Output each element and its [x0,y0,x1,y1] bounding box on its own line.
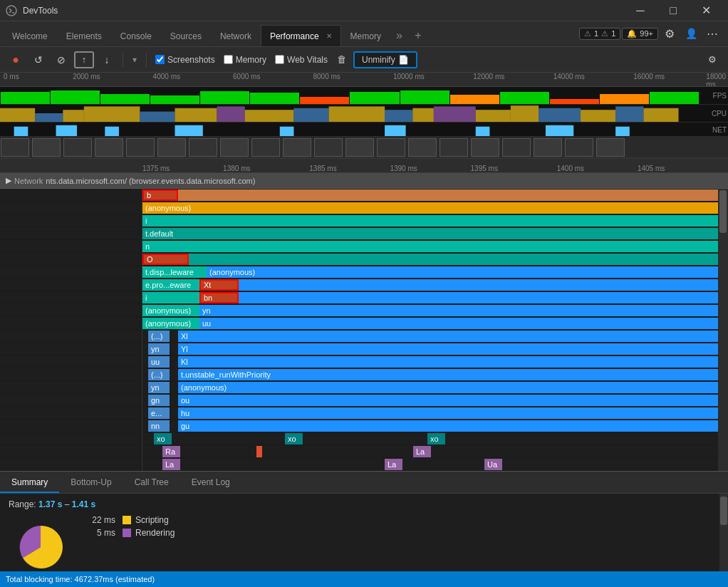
upload-button[interactable]: ↑ [74,51,94,68]
tab-memory[interactable]: Memory [341,25,390,46]
flame-block-La-20[interactable]: La [413,446,431,457]
tab-summary[interactable]: Summary [0,473,59,493]
flame-block-tdefault[interactable]: t.default [142,228,718,239]
tab-overflow[interactable]: » [390,29,408,42]
settings-button[interactable]: ⚙ [660,24,680,43]
screenshot-thumb[interactable] [596,138,625,157]
flame-block-La-21b[interactable]: La [385,459,402,470]
flame-block-ou[interactable]: ou [178,395,718,406]
tab-sources[interactable]: Sources [161,25,211,46]
screenshot-thumb[interactable] [502,138,531,157]
flame-block-gu[interactable]: gu [178,420,718,432]
flame-block-Kl[interactable]: Kl [178,356,718,368]
flame-block-epro[interactable]: e.pro...eware [142,279,199,291]
scrollbar-thumb[interactable] [719,190,727,233]
issues-button[interactable]: ⚠ 1 ⚠ 1 [579,28,620,40]
flame-block-bn[interactable]: bn [199,292,239,303]
flame-block-hu[interactable]: hu [178,407,718,419]
screenshot-thumb[interactable] [32,138,61,157]
flame-block-Xt[interactable]: Xt [199,279,239,291]
screenshots-checkbox-label[interactable]: Screenshots [155,55,215,65]
screenshot-thumb[interactable] [471,138,499,157]
flame-block-anon-1[interactable]: (anonymous) [142,202,718,214]
more-button[interactable]: ⋯ [702,24,722,43]
flame-block-dots-14[interactable]: (...) [148,369,170,380]
flame-block-O[interactable]: O [142,254,189,265]
scrollbar-right[interactable] [718,189,728,471]
flame-block-n[interactable]: n [142,241,718,252]
reload-record-button[interactable]: ↺ [28,51,48,68]
screenshot-thumb[interactable] [345,138,374,157]
screenshot-thumb[interactable] [126,138,155,157]
flame-block-xo-3[interactable]: xo [427,433,445,445]
flame-block-runWithPriority[interactable]: t.unstable_runWithPriority [178,369,718,380]
memory-checkbox-label[interactable]: Memory [224,55,266,65]
tab-performance[interactable]: Performance ✕ [261,25,341,46]
flame-block-Xl[interactable]: Xl [178,331,718,342]
network-header-row[interactable]: ▶ Network nts.data.microsoft.com/ (brows… [0,173,728,189]
flame-block-La-21a[interactable]: La [162,459,180,470]
flame-block-Yl[interactable]: Yl [178,343,718,355]
flame-block-Ua[interactable]: Ua [484,459,502,470]
close-button[interactable]: ✕ [690,0,722,21]
maximize-button[interactable]: □ [657,0,690,21]
trash-button[interactable]: 🗑 [333,51,350,68]
screenshots-checkbox[interactable] [155,55,165,64]
perf-settings-button[interactable]: ⚙ [702,51,722,68]
tab-performance-close[interactable]: ✕ [326,32,332,40]
clear-button[interactable]: ⊘ [51,51,71,68]
new-tab-button[interactable]: + [408,25,428,46]
screenshot-thumb[interactable] [251,138,280,157]
screenshot-thumb[interactable] [157,138,186,157]
screenshot-thumb[interactable] [95,138,123,157]
screenshot-thumb[interactable] [408,138,437,157]
flame-block-anon-10[interactable]: (anonymous) [142,318,199,329]
tab-console[interactable]: Console [111,25,161,46]
record-button[interactable]: ● [6,51,26,68]
screenshot-thumb[interactable] [1,138,29,157]
download-button[interactable]: ↓ [97,51,117,68]
tab-event-log[interactable]: Event Log [180,473,241,493]
range-dropdown[interactable]: ▾ [129,51,140,68]
flame-block-xo-1[interactable]: xo [154,433,172,445]
screenshot-thumb[interactable] [63,138,92,157]
tab-bottom-up[interactable]: Bottom-Up [59,473,123,493]
webvitals-checkbox-label[interactable]: Web Vitals [275,55,328,65]
tab-call-tree[interactable]: Call Tree [123,473,180,493]
flame-block-e-17[interactable]: e... [148,407,170,419]
flame-block-anon-6[interactable]: (anonymous) [207,266,718,278]
screenshot-thumb[interactable] [440,138,468,157]
flame-block-tdisp[interactable]: t.disp...leware [142,266,207,278]
flame-block-uu-10[interactable]: uu [199,318,718,329]
flame-block-i-8[interactable]: i [142,292,199,303]
flame-block-nn[interactable]: nn [148,420,170,432]
bottom-scrollbar-thumb[interactable] [720,497,727,525]
tab-welcome[interactable]: Welcome [3,25,57,46]
tab-network[interactable]: Network [211,25,261,46]
flame-block-yn-15[interactable]: yn [148,382,170,393]
flame-block-gn[interactable]: gn [148,395,170,406]
flame-block-uu-13[interactable]: uu [148,356,170,368]
flame-block-Ra[interactable]: Ra [162,446,180,457]
screenshot-thumb[interactable] [220,138,249,157]
screenshot-thumb[interactable] [283,138,311,157]
flame-block-xo-2[interactable]: xo [285,433,303,445]
flame-block-anon-15[interactable]: (anonymous) [178,382,718,393]
notifications-button[interactable]: 🔔 99+ [622,28,658,40]
minimize-button[interactable]: ─ [624,0,657,21]
flame-block-b[interactable]: b [142,189,178,201]
screenshot-thumb[interactable] [534,138,562,157]
screenshot-thumb[interactable] [189,138,217,157]
webvitals-checkbox[interactable] [275,55,284,64]
bottom-scrollbar[interactable] [719,494,728,580]
flame-block-dots-11[interactable]: (...) [148,331,170,342]
flame-block-anon-9[interactable]: (anonymous) [142,305,199,316]
memory-checkbox[interactable] [224,55,233,64]
tab-elements[interactable]: Elements [57,25,111,46]
flame-block-yn-9[interactable]: yn [199,305,718,316]
screenshot-thumb[interactable] [377,138,405,157]
flame-block-i[interactable]: i [142,215,718,227]
account-button[interactable]: 👤 [681,24,701,43]
screenshot-thumb[interactable] [565,138,593,157]
flame-block-yn-12[interactable]: yn [148,343,170,355]
